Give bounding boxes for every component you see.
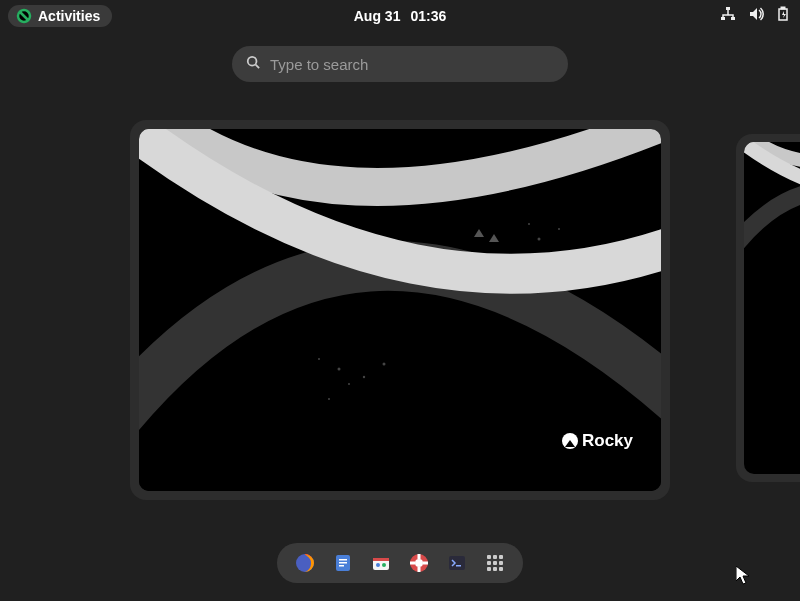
search-field[interactable] <box>232 46 568 82</box>
svg-rect-24 <box>339 565 344 567</box>
svg-rect-36 <box>456 565 461 567</box>
svg-point-12 <box>383 363 386 366</box>
svg-rect-3 <box>731 17 735 20</box>
search-input[interactable] <box>270 56 554 73</box>
cursor-icon <box>736 566 750 586</box>
search-icon <box>246 55 260 73</box>
svg-point-16 <box>528 223 530 225</box>
workspace-thumbnail-2[interactable] <box>736 134 800 482</box>
svg-point-28 <box>382 563 386 567</box>
dash-app-firefox[interactable] <box>295 553 315 573</box>
svg-rect-34 <box>423 562 428 565</box>
svg-point-13 <box>318 358 320 360</box>
svg-rect-23 <box>339 562 347 564</box>
network-icon[interactable] <box>720 6 736 26</box>
activities-button[interactable]: Activities <box>8 5 112 27</box>
clock-date: Aug 31 <box>354 8 401 24</box>
dash-app-terminal[interactable] <box>447 553 467 573</box>
clock-button[interactable]: Aug 31 01:36 <box>354 8 447 24</box>
desktop-wallpaper-peek <box>744 142 800 474</box>
search-bar-container <box>0 46 800 82</box>
svg-rect-31 <box>418 554 421 559</box>
svg-point-6 <box>248 57 257 66</box>
svg-rect-35 <box>449 556 465 570</box>
dash-dock <box>277 543 523 583</box>
workspace-thumbnail-1[interactable]: Rocky <box>130 120 670 500</box>
dash-app-help[interactable] <box>409 553 429 573</box>
clock-time: 01:36 <box>410 8 446 24</box>
dash-app-notes[interactable] <box>333 553 353 573</box>
svg-point-10 <box>363 376 365 378</box>
svg-point-14 <box>538 238 541 241</box>
volume-icon[interactable] <box>748 6 764 26</box>
svg-rect-5 <box>781 7 785 9</box>
apps-grid-icon <box>487 555 503 571</box>
power-icon[interactable] <box>776 6 792 26</box>
svg-rect-26 <box>373 558 389 561</box>
svg-rect-32 <box>418 567 421 572</box>
activities-label: Activities <box>38 8 100 24</box>
top-bar: Activities Aug 31 01:36 <box>0 0 800 32</box>
svg-point-8 <box>338 368 341 371</box>
svg-point-9 <box>348 383 350 385</box>
workspace-overview: Rocky <box>0 120 800 510</box>
svg-rect-2 <box>721 17 725 20</box>
svg-rect-33 <box>410 562 415 565</box>
wallpaper-logo: Rocky <box>562 431 633 451</box>
wallpaper-logo-text: Rocky <box>582 431 633 451</box>
svg-point-30 <box>415 559 423 567</box>
svg-rect-1 <box>726 7 730 10</box>
rocky-mark-icon <box>562 433 578 449</box>
activities-icon <box>16 8 32 24</box>
show-applications-button[interactable] <box>485 553 505 573</box>
svg-point-15 <box>558 228 560 230</box>
svg-point-27 <box>376 563 380 567</box>
desktop-wallpaper: Rocky <box>139 129 661 491</box>
svg-point-11 <box>328 398 330 400</box>
system-tray[interactable] <box>720 6 792 26</box>
dash-app-software[interactable] <box>371 553 391 573</box>
svg-rect-22 <box>339 559 347 561</box>
